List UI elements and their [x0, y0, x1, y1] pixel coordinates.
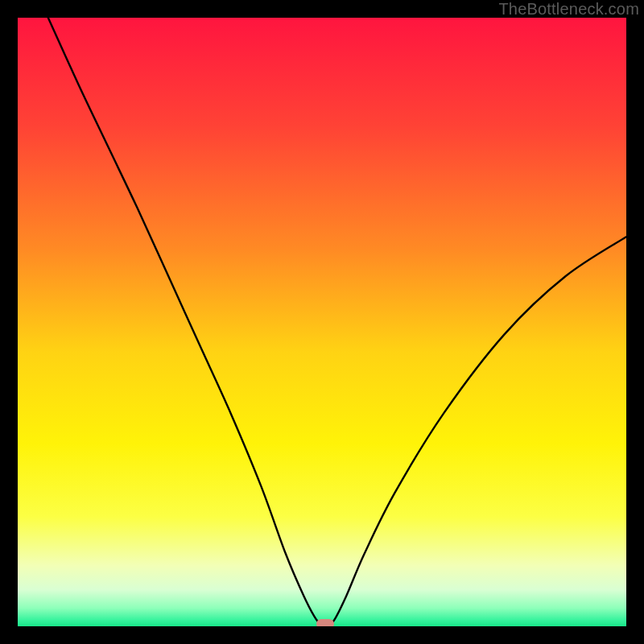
bottleneck-curve: [18, 18, 626, 626]
plot-area: [18, 18, 626, 626]
chart-frame: TheBottleneck.com: [0, 0, 644, 644]
optimal-point-marker: [316, 619, 334, 626]
watermark-text: TheBottleneck.com: [498, 0, 639, 19]
